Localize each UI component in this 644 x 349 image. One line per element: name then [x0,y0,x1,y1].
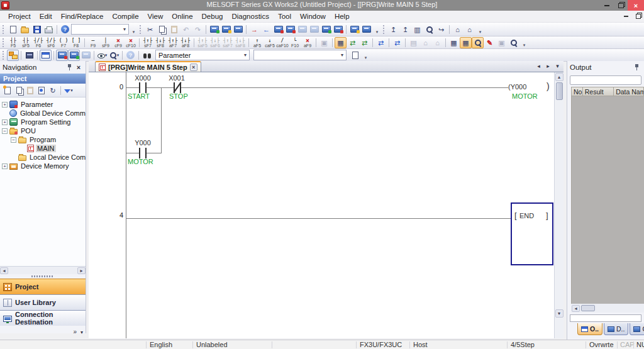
toolbar-grip[interactable] [140,25,142,34]
column-no[interactable]: No. [571,87,583,96]
zoom-button[interactable] [508,37,519,48]
paste-data-button[interactable] [25,85,36,96]
home-view-2-button[interactable] [464,24,475,35]
restore-button[interactable] [614,0,628,11]
open-contact-button[interactable]: F5 [7,36,19,48]
more-views-button[interactable] [73,328,77,335]
context-help-button[interactable] [125,50,136,61]
new-data-button[interactable] [2,85,13,96]
write-to-plc-button[interactable] [208,24,220,35]
print-button[interactable] [43,24,55,35]
tab-output[interactable]: O.. [577,323,602,335]
module-button[interactable] [23,50,35,61]
standard-combo[interactable] [71,24,129,35]
output-window-toggle-button[interactable] [40,50,52,61]
tab-cross-reference[interactable]: C.. [630,323,644,335]
find-detail-button[interactable] [349,50,361,61]
paste-button[interactable] [168,24,180,35]
monitor-pause-button[interactable] [296,24,308,35]
rising-pulse-close-button[interactable]: saF5 [196,36,209,48]
write-mode-button[interactable] [358,37,370,48]
tree-item-parameter[interactable]: Parameter [0,100,86,109]
application-instruction-button[interactable]: F8 [70,36,82,48]
start-monitoring-button[interactable] [248,24,260,35]
tab-scroll-left-button[interactable] [535,63,542,69]
invert-operation-button[interactable]: aF5 [251,36,264,48]
project-view-button[interactable]: Project [0,279,86,294]
tab-list-dropdown[interactable] [554,63,561,69]
horizontal-line-button[interactable]: F9 [87,36,99,48]
editor-vertical-scrollbar[interactable] [554,72,564,338]
stop-watch-button[interactable] [332,24,344,35]
mdi-restore-button[interactable] [634,12,643,20]
export-from-module-button[interactable] [399,24,411,35]
pin-button[interactable] [633,63,641,72]
home-view-1-button[interactable] [452,24,464,35]
collapse-icon[interactable] [11,137,16,143]
toolbar-overflow-button[interactable] [521,38,528,48]
ladder-edit-mode-button[interactable] [335,37,347,48]
falling-pulse-close-branch-button[interactable]: saF8 [234,36,247,48]
start-watch-button[interactable] [320,24,332,35]
find-target-combo[interactable]: Parameter [155,50,250,60]
toolbar-grip[interactable] [383,25,385,34]
comment-display-button[interactable] [448,37,460,48]
scroll-left-button[interactable] [572,305,580,312]
expand-icon[interactable] [2,102,8,108]
rising-pulse-branch-button[interactable]: aF7 [167,36,179,48]
column-result[interactable]: Result [583,87,614,96]
close-button[interactable] [628,0,644,11]
module-configuration-button[interactable] [411,24,423,35]
menu-diagnostics[interactable]: Diagnostics [227,11,273,21]
open-branch-button[interactable]: sF5 [19,36,32,48]
menu-edit[interactable]: Edit [35,11,57,21]
plc-diagnostics-button[interactable] [360,24,372,35]
tree-item-program[interactable]: Program [0,135,86,144]
tab-device[interactable]: D.. [604,323,628,335]
copy-button[interactable] [156,24,168,35]
menu-window[interactable]: Window [296,11,330,21]
close-contact-button[interactable]: F6 [32,36,45,48]
import-to-module-button[interactable] [387,24,399,35]
toolbar-overflow-button[interactable] [362,50,369,60]
output-horizontal-scrollbar[interactable] [571,304,644,313]
toolbar-overflow-button[interactable] [130,25,137,35]
pin-button[interactable] [65,63,74,72]
menu-view[interactable]: View [143,11,168,21]
tab-close-button[interactable] [190,64,197,71]
toolbar-overflow-button[interactable] [477,25,484,35]
undo-button[interactable] [180,24,192,35]
new-project-button[interactable] [7,24,19,35]
falling-pulse-branch-button[interactable]: aF8 [179,36,192,48]
menu-help[interactable]: Help [330,11,354,21]
device-setting-button[interactable] [80,50,92,61]
minimize-button[interactable] [600,0,614,11]
sort-filter-button[interactable]: ▾ [63,85,74,96]
expand-icon[interactable] [2,119,8,125]
data-property-button[interactable] [36,85,47,96]
jump-button[interactable] [435,24,447,35]
device-display-mode-button[interactable]: ▾ [96,50,108,61]
monitor-zoom-1-button[interactable] [272,24,284,35]
toolbar-grip[interactable] [3,38,4,47]
end-instruction[interactable]: END [519,212,534,219]
scrollbar-thumb[interactable] [581,305,595,311]
tree-item-local-device-comment[interactable]: Local Device Comment [0,153,86,162]
device-search-button[interactable] [423,24,435,35]
read-mode-button[interactable] [347,37,358,48]
expand-icon[interactable] [2,163,8,169]
tree-item-main[interactable]: MAIN [0,144,86,153]
mdi-minimize-button[interactable] [621,12,630,20]
device-memory-button[interactable] [68,50,80,61]
device-display-button[interactable] [496,37,508,48]
monitor-write-mode-button[interactable] [391,37,403,48]
read-from-plc-button[interactable] [220,24,232,35]
menu-tool[interactable]: Tool [274,11,296,21]
collapse-icon[interactable] [2,128,8,134]
remote-operation-button[interactable] [348,24,360,35]
find-button[interactable] [141,50,153,61]
statement-display-button[interactable] [460,37,472,48]
zoom-in-button[interactable] [472,37,484,48]
vertical-line-button[interactable]: sF9 [99,36,112,48]
draw-line-button[interactable]: F10 [289,36,301,48]
